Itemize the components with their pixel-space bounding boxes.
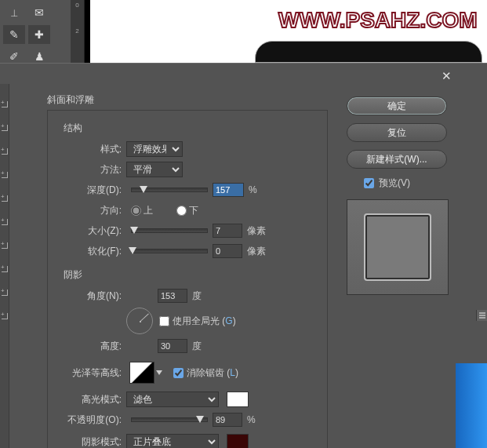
list-item[interactable] bbox=[2, 266, 8, 272]
style-select[interactable]: 浮雕效果 bbox=[126, 141, 183, 157]
altitude-input[interactable] bbox=[158, 339, 187, 353]
style-label: 样式: bbox=[54, 143, 126, 156]
dialog-actions: 确定 复位 新建样式(W)... 预览(V) bbox=[347, 97, 485, 295]
reset-button[interactable]: 复位 bbox=[347, 123, 447, 142]
panel-title: 斜面和浮雕 bbox=[47, 93, 337, 107]
unit-px: 像素 bbox=[247, 224, 266, 238]
new-style-button[interactable]: 新建样式(W)... bbox=[347, 150, 447, 169]
preview-checkbox[interactable]: 预览(V) bbox=[364, 177, 485, 190]
ruler-tick: 2 bbox=[71, 27, 84, 35]
bevel-emboss-panel: 斜面和浮雕 结构 样式: 浮雕效果 方法: 平滑 深度(D): % bbox=[47, 93, 337, 448]
soften-label: 软化(F): bbox=[54, 245, 126, 258]
ok-button[interactable]: 确定 bbox=[347, 97, 447, 115]
watermark-text: WWW.PSAHZ.COM bbox=[278, 8, 478, 33]
list-item[interactable] bbox=[2, 313, 8, 319]
highlight-opacity-label: 不透明度(O): bbox=[54, 413, 126, 427]
size-input[interactable] bbox=[213, 224, 242, 238]
unit-percent: % bbox=[249, 184, 257, 195]
global-light-checkbox[interactable]: 使用全局光 (G) bbox=[159, 315, 236, 328]
list-item[interactable] bbox=[2, 148, 8, 155]
document-background: ⟂ ✉ ✎ ✚ ✐ ♟ 0 2 WWW.PSAHZ.COM bbox=[0, 0, 487, 63]
highlight-color-swatch[interactable] bbox=[227, 392, 249, 407]
ruler-vertical: 0 2 bbox=[71, 0, 85, 63]
list-item[interactable] bbox=[2, 125, 8, 131]
background-panel bbox=[456, 363, 487, 448]
layer-style-dialog: ✕ 斜面和浮雕 结构 样式: 浮雕效果 方法: 平滑 bbox=[0, 63, 487, 448]
depth-slider[interactable] bbox=[131, 188, 208, 192]
structure-title: 结构 bbox=[64, 122, 321, 135]
chevron-down-icon[interactable] bbox=[156, 370, 162, 375]
shadow-color-swatch[interactable] bbox=[227, 434, 249, 448]
canvas: WWW.PSAHZ.COM bbox=[90, 0, 487, 63]
angle-label: 角度(N): bbox=[54, 290, 126, 303]
highlight-mode-select[interactable]: 滤色 bbox=[126, 392, 219, 407]
angle-input[interactable] bbox=[158, 289, 187, 303]
depth-label: 深度(D): bbox=[54, 184, 126, 197]
shading-title: 阴影 bbox=[64, 268, 321, 282]
technique-label: 方法: bbox=[54, 163, 126, 177]
preview-label: 预览(V) bbox=[379, 177, 410, 190]
list-item[interactable] bbox=[2, 172, 8, 178]
shadow-mode-select[interactable]: 正片叠底 bbox=[126, 434, 219, 448]
depth-input[interactable] bbox=[213, 183, 244, 197]
list-item[interactable] bbox=[2, 242, 8, 249]
shadow-mode-label: 阴影模式: bbox=[54, 435, 126, 449]
preview-swatch bbox=[364, 213, 431, 281]
size-label: 大小(Z): bbox=[54, 224, 126, 238]
list-item[interactable] bbox=[2, 219, 8, 225]
close-icon[interactable]: ✕ bbox=[440, 70, 452, 82]
structure-group: 结构 样式: 浮雕效果 方法: 平滑 深度(D): % 方向: bbox=[47, 110, 328, 448]
highlight-opacity-slider[interactable] bbox=[131, 417, 208, 422]
direction-down[interactable]: 下 bbox=[176, 204, 198, 217]
highlight-opacity-input[interactable] bbox=[213, 413, 242, 427]
soften-slider[interactable] bbox=[131, 249, 208, 253]
angle-dial[interactable] bbox=[126, 308, 153, 334]
direction-label: 方向: bbox=[54, 204, 126, 217]
ruler-tick: 0 bbox=[71, 2, 84, 9]
preview-thumbnail bbox=[347, 199, 449, 295]
unit-percent: % bbox=[247, 414, 256, 425]
crop-icon[interactable]: ⟂ bbox=[3, 3, 25, 22]
gloss-contour-picker[interactable] bbox=[129, 362, 154, 384]
gloss-contour-label: 光泽等高线: bbox=[54, 366, 126, 380]
list-item[interactable] bbox=[2, 101, 8, 107]
artwork-shape bbox=[255, 41, 482, 63]
altitude-label: 高度: bbox=[54, 340, 126, 353]
soften-input[interactable] bbox=[213, 244, 242, 258]
style-list-strip bbox=[0, 84, 9, 448]
size-slider[interactable] bbox=[131, 228, 208, 233]
unit-px: 像素 bbox=[247, 245, 266, 258]
panel-menu-icon[interactable] bbox=[476, 310, 487, 321]
antialias-checkbox[interactable]: 消除锯齿 (L) bbox=[173, 366, 238, 380]
list-item[interactable] bbox=[2, 195, 8, 202]
technique-select[interactable]: 平滑 bbox=[126, 162, 183, 177]
unit-deg: 度 bbox=[192, 290, 202, 303]
eyedropper-icon[interactable]: ✎ bbox=[3, 25, 25, 44]
list-item[interactable] bbox=[2, 290, 8, 296]
toolbar: ⟂ ✉ ✎ ✚ ✐ ♟ bbox=[0, 0, 71, 63]
bandage-icon[interactable]: ✚ bbox=[28, 25, 50, 44]
direction-up[interactable]: 上 bbox=[131, 204, 153, 217]
unit-deg: 度 bbox=[192, 340, 202, 353]
envelope-icon[interactable]: ✉ bbox=[28, 3, 50, 22]
highlight-mode-label: 高光模式: bbox=[54, 393, 126, 406]
